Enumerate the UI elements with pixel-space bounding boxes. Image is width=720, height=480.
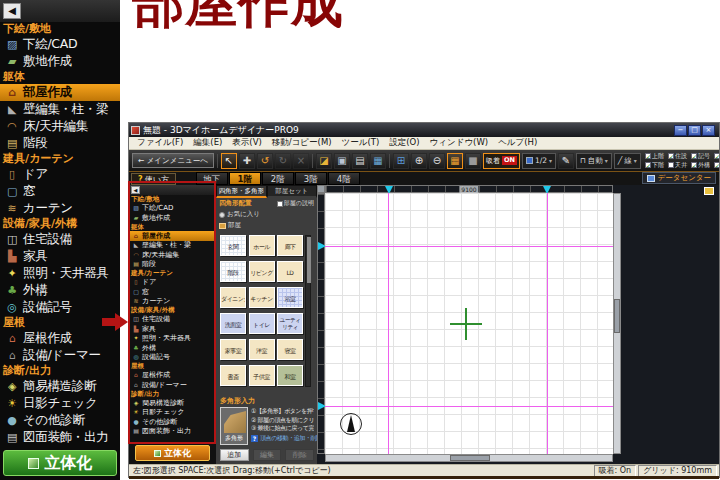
sidebar-item-door[interactable]: ▯ドア (0, 166, 120, 183)
scrollbar-thumb[interactable] (450, 455, 490, 461)
scrollbar-thumb[interactable] (307, 237, 311, 283)
room-button-living[interactable]: リビング (249, 261, 275, 282)
inner-sidebar-item-roof-create[interactable]: ⌂屋根作成 (129, 371, 216, 381)
inner-sidebar-item-curtain[interactable]: ≋カーテン (129, 297, 216, 307)
polygon-tool-tile[interactable]: 多角形 (220, 407, 248, 445)
sidebar-item-room-create[interactable]: ⌂部屋作成 (0, 84, 120, 101)
inner-sidebar-item-stairs[interactable]: ▤階段 (129, 260, 216, 270)
layer-checkbox-住設[interactable]: ✓住設 (668, 152, 690, 161)
room-button-kodomo[interactable]: 子供室 (249, 365, 275, 386)
vertex-help-link[interactable]: ? 頂点の移動・追加・削除 (251, 434, 322, 443)
inner-sidebar-item-room-create[interactable]: ⌂部屋作成 (129, 231, 216, 241)
auto-dimension-select[interactable]: ⊓自動▾ (576, 153, 612, 169)
room-button-washitsu[interactable]: 和室 (277, 365, 303, 386)
inner-sidebar-item-floor-ceiling[interactable]: ◠床/天井編集 (129, 250, 216, 260)
menu-ウィンドウ(W)[interactable]: ウィンドウ(W) (425, 137, 494, 149)
inner-sidebar-item-sun-shadow-check[interactable]: ☀日影チェック (129, 408, 216, 418)
menu-ツール(T)[interactable]: ツール(T) (337, 137, 385, 149)
toolbar-print-button[interactable]: ▤ (352, 153, 368, 169)
room-button-senmen[interactable]: 洗面室 (220, 313, 246, 334)
room-button-youshitsu[interactable]: 洋室 (249, 339, 275, 360)
sidebar-item-exterior[interactable]: ♣外構 (0, 282, 120, 299)
layer-checkbox-記号[interactable]: ✓記号 (691, 152, 713, 161)
window-close-button[interactable]: × (702, 125, 715, 136)
sidebar-item-sketch-cad[interactable]: ▨下絵/CAD (0, 36, 120, 53)
line-style-select[interactable]: ╱線▾ (614, 153, 641, 169)
floor-tab-2階[interactable]: 2階 (262, 172, 294, 185)
inner-sidebar-item-drawing-output[interactable]: ▤図面装飾・出力 (129, 427, 216, 437)
inner-sidebar-item-furniture[interactable]: ▙家具 (129, 324, 216, 334)
toolbar-grid-button[interactable]: ▦ (447, 153, 463, 169)
sidebar-item-curtain[interactable]: ≋カーテン (0, 200, 120, 217)
room-button-utility[interactable]: ユーティリティ (277, 313, 303, 334)
sidebar-item-stairs[interactable]: ▤階段 (0, 135, 120, 152)
floorplan-canvas[interactable] (325, 193, 613, 454)
toolbar-blank-button[interactable]: ■ (465, 153, 481, 169)
sidebar-item-floor-ceiling[interactable]: ◠床/天井編集 (0, 118, 120, 135)
vertical-scrollbar[interactable] (613, 193, 621, 454)
toolbar-pan-button[interactable]: ✚ (239, 153, 255, 169)
solid-3d-button[interactable]: 立体化 (3, 450, 117, 476)
add-button[interactable]: 追加 (220, 449, 249, 461)
toolbar-select-button[interactable]: ↖ (221, 153, 237, 169)
toolbar-undo-button[interactable]: ↺ (257, 153, 273, 169)
sidebar-item-site-create[interactable]: ▰敷地作成 (0, 53, 120, 70)
inner-sidebar-item-other-check[interactable]: ●その他診断 (129, 417, 216, 427)
datacenter-button[interactable]: データセンター (642, 172, 716, 184)
inner-sidebar-item-lighting-ceiling[interactable]: ✦照明・天井器具 (129, 334, 216, 344)
inner-sidebar-item-sketch-cad[interactable]: ▨下絵/CAD (129, 204, 216, 214)
window-titlebar[interactable]: 無題 - 3DマイホームデザイナーPRO9 −□× (129, 123, 719, 137)
window-minimize-button[interactable]: − (674, 125, 687, 136)
menu-編集(E)[interactable]: 編集(E) (188, 137, 227, 149)
sidebar-item-other-check[interactable]: ●その他診断 (0, 412, 120, 429)
menu-ファイル(F)[interactable]: ファイル(F) (132, 137, 188, 149)
inner-sidebar-item-housing-equipment[interactable]: ◫住宅設備 (129, 315, 216, 325)
room-button-kaidan[interactable]: 階段 (220, 261, 246, 282)
room-button-kitchen[interactable]: キッチン (249, 287, 275, 308)
inner-sidebar-item-door[interactable]: ▯ドア (129, 278, 216, 288)
room-button-rouka[interactable]: 廊下 (277, 235, 303, 256)
sidebar-item-sun-shadow-check[interactable]: ☀日影チェック (0, 395, 120, 412)
collapse-left-icon[interactable]: ◀ (3, 3, 21, 19)
sidebar-item-roof-equip-dormer[interactable]: ⌂設備/ドーマー (0, 347, 120, 364)
menu-移動/コピー(M)[interactable]: 移動/コピー(M) (267, 137, 337, 149)
inner-sidebar-item-equipment-symbol[interactable]: ◎設備記号 (129, 353, 216, 363)
layer-checkbox-家具[interactable]: ✓家具 (714, 152, 719, 161)
room-button-genkan[interactable]: 玄関 (220, 235, 246, 256)
menu-設定(O)[interactable]: 設定(O) (384, 137, 424, 149)
sidebar-item-housing-equipment[interactable]: ◫住宅設備 (0, 231, 120, 248)
toolbar-save-button[interactable]: ▣ (334, 153, 350, 169)
inner-sidebar-item-wall-pillar-beam[interactable]: ◣壁編集・柱・梁 (129, 241, 216, 251)
room-button-hall[interactable]: ホール (249, 235, 275, 256)
floor-tab-3階[interactable]: 3階 (295, 172, 327, 185)
sidebar-item-window[interactable]: ▢窓 (0, 183, 120, 200)
sidebar-item-lighting-ceiling[interactable]: ✦照明・天井器具 (0, 265, 120, 282)
toolbar-pen-button[interactable]: ✎ (558, 153, 574, 169)
menu-表示(V)[interactable]: 表示(V) (227, 137, 266, 149)
window-maximize-button[interactable]: □ (688, 125, 701, 136)
toolbar-image-button[interactable]: ▦ (370, 153, 386, 169)
scale-select[interactable]: 1/2▾ (522, 153, 556, 169)
sidebar-item-structure-check[interactable]: ◈簡易構造診断 (0, 378, 120, 395)
floor-tab-4階[interactable]: 4階 (328, 172, 360, 185)
palette-scrollbar[interactable] (305, 235, 311, 387)
inner-sidebar-item-structure-check[interactable]: ◈簡易構造診断 (129, 398, 216, 408)
palette-tab-rect-poly[interactable]: 四角形・多角形 (216, 185, 267, 198)
floor-tab-1階[interactable]: 1階 (229, 172, 261, 185)
floor-tab-地下[interactable]: 地下 (196, 172, 228, 185)
room-description-checkbox[interactable]: 部屋の説明 (277, 199, 314, 208)
palette-tab-room-set[interactable]: 部屋セット (267, 185, 318, 198)
room-button-ld[interactable]: LD (277, 261, 303, 282)
main-menu-back-button[interactable]: ← メインメニューへ (132, 153, 214, 168)
layer-checkbox-外構[interactable]: ✓外構 (691, 161, 713, 170)
layer-checkbox-下階[interactable]: ✓下階 (645, 161, 667, 170)
horizontal-scrollbar[interactable] (325, 454, 613, 462)
collapse-left-icon[interactable]: ◀ (131, 186, 140, 194)
help-usage-tab[interactable]: ? 使い方 (131, 173, 176, 185)
inner-sidebar-item-roof-equip-dormer[interactable]: ⌂設備/ドーマー (129, 380, 216, 390)
room-button-dining[interactable]: ダイニング (220, 287, 246, 308)
sidebar-item-roof-create[interactable]: ⌂屋根作成 (0, 330, 120, 347)
layer-checkbox-小物[interactable]: ✓小物 (714, 161, 719, 170)
toolbar-zoom-out-button[interactable]: ⊖ (429, 153, 445, 169)
snap-toggle-button[interactable]: 吸着ON (483, 153, 520, 169)
